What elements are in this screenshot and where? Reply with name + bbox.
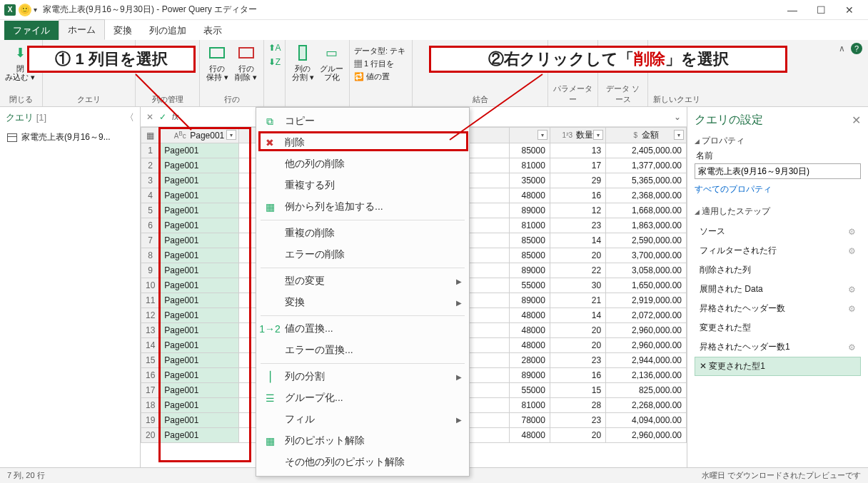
ctx-duplicate[interactable]: 重複する列 — [256, 175, 469, 196]
gear-icon[interactable]: ⚙ — [848, 246, 856, 256]
cell-value[interactable]: 55000 — [509, 278, 550, 293]
cell-value[interactable]: 28000 — [509, 353, 550, 368]
cell-qty[interactable]: 30 — [550, 278, 605, 293]
formula-dropdown-icon[interactable]: ⌄ — [674, 112, 681, 122]
row-number[interactable]: 2 — [141, 158, 160, 173]
applied-step[interactable]: フィルターされた行⚙ — [695, 241, 861, 260]
all-properties-link[interactable]: すべてのプロパティ — [695, 183, 772, 195]
cell-amount[interactable]: 2,590,000.00 — [606, 233, 687, 248]
cell-page[interactable]: Page001 — [160, 338, 238, 353]
remove-rows-button[interactable]: 行の削除 ▾ — [233, 43, 260, 81]
first-row-headers-button[interactable]: ▦ 1 行目を — [354, 59, 394, 69]
sort-asc-icon[interactable]: ⬆A — [268, 43, 281, 53]
cell-qty[interactable]: 15 — [550, 383, 605, 398]
cell-amount[interactable]: 1,668,000.00 — [606, 203, 687, 218]
collapse-queries-icon[interactable]: 〈 — [125, 111, 134, 124]
cell-amount[interactable]: 1,377,000.00 — [606, 158, 687, 173]
cell-amount[interactable]: 2,136,000.00 — [606, 368, 687, 383]
tab-add-column[interactable]: 列の追加 — [141, 21, 195, 40]
ctx-transform[interactable]: 変換▶ — [256, 292, 469, 313]
ctx-add-from-examples[interactable]: ▦例から列を追加する... — [256, 196, 469, 218]
filter-icon[interactable]: ▾ — [593, 130, 603, 140]
cell-qty[interactable]: 14 — [550, 233, 605, 248]
cell-value[interactable]: 89000 — [509, 293, 550, 308]
cell-page[interactable]: Page001 — [160, 263, 238, 278]
cell-value[interactable]: 89000 — [509, 203, 550, 218]
ctx-change-type[interactable]: 型の変更▶ — [256, 270, 469, 292]
cell-qty[interactable]: 23 — [550, 218, 605, 233]
column-header-page001[interactable]: ABc Page001▾ — [160, 128, 238, 143]
applied-step[interactable]: 展開された Data⚙ — [695, 280, 861, 299]
cell-qty[interactable]: 29 — [550, 173, 605, 188]
applied-step[interactable]: ソース⚙ — [695, 222, 861, 241]
row-number[interactable]: 17 — [141, 383, 160, 398]
cell-value[interactable]: 85000 — [509, 248, 550, 263]
sort-desc-icon[interactable]: ⬇Z — [268, 57, 281, 67]
ctx-remove[interactable]: ✖削除 — [256, 132, 469, 153]
cell-value[interactable]: 89000 — [509, 368, 550, 383]
cell-qty[interactable]: 20 — [550, 323, 605, 338]
ctx-remove-errors[interactable]: エラーの削除 — [256, 244, 469, 265]
row-number[interactable]: 12 — [141, 308, 160, 323]
cell-qty[interactable]: 20 — [550, 338, 605, 353]
query-item[interactable]: 家電売上表(9月16～9... — [6, 128, 134, 146]
help-icon[interactable]: ? — [851, 43, 862, 54]
column-header-hidden[interactable]: ▾ — [509, 128, 550, 143]
cell-amount[interactable]: 2,368,000.00 — [606, 188, 687, 203]
replace-values-button[interactable]: 🔁 値の置 — [354, 71, 390, 82]
cell-amount[interactable]: 2,405,000.00 — [606, 143, 687, 158]
ctx-remove-other[interactable]: 他の列の削除 — [256, 153, 469, 175]
cell-amount[interactable]: 2,072,000.00 — [606, 308, 687, 323]
cell-amount[interactable]: 1,650,000.00 — [606, 278, 687, 293]
cell-amount[interactable]: 5,365,000.00 — [606, 173, 687, 188]
cell-qty[interactable]: 16 — [550, 188, 605, 203]
ctx-split-column[interactable]: ⎮列の分割▶ — [256, 366, 469, 387]
cell-qty[interactable]: 21 — [550, 293, 605, 308]
cell-page[interactable]: Page001 — [160, 173, 238, 188]
cell-qty[interactable]: 22 — [550, 263, 605, 278]
ctx-remove-dupes[interactable]: 重複の削除 — [256, 223, 469, 244]
cell-value[interactable]: 55000 — [509, 383, 550, 398]
cell-page[interactable]: Page001 — [160, 218, 238, 233]
cell-value[interactable]: 48000 — [509, 308, 550, 323]
row-number[interactable]: 4 — [141, 188, 160, 203]
corner-cell[interactable]: ▦ — [141, 128, 160, 143]
qat-dropdown-icon[interactable]: ▾ — [34, 6, 37, 14]
keep-rows-button[interactable]: 行の保持 ▾ — [204, 43, 231, 81]
cell-page[interactable]: Page001 — [160, 308, 238, 323]
cell-page[interactable]: Page001 — [160, 143, 238, 158]
row-number[interactable]: 16 — [141, 368, 160, 383]
cell-amount[interactable]: 2,268,000.00 — [606, 398, 687, 413]
cell-qty[interactable]: 14 — [550, 308, 605, 323]
applied-step[interactable]: 昇格されたヘッダー数1⚙ — [695, 337, 861, 357]
cell-qty[interactable]: 20 — [550, 248, 605, 263]
cell-value[interactable]: 48000 — [509, 338, 550, 353]
cell-page[interactable]: Page001 — [160, 248, 238, 263]
cell-amount[interactable]: 2,960,000.00 — [606, 338, 687, 353]
cell-amount[interactable]: 1,863,000.00 — [606, 218, 687, 233]
ctx-replace-errors[interactable]: エラーの置換... — [256, 340, 469, 361]
cell-amount[interactable]: 2,960,000.00 — [606, 428, 687, 443]
cell-qty[interactable]: 17 — [550, 158, 605, 173]
filter-icon[interactable]: ▾ — [674, 130, 684, 140]
applied-step[interactable]: ✕ 変更された型1 — [695, 357, 861, 376]
row-number[interactable]: 13 — [141, 323, 160, 338]
minimize-button[interactable]: ― — [778, 0, 807, 20]
cell-value[interactable]: 81000 — [509, 218, 550, 233]
cell-page[interactable]: Page001 — [160, 353, 238, 368]
group-by-button[interactable]: ▭グループ化 — [319, 43, 345, 81]
cell-value[interactable]: 81000 — [509, 158, 550, 173]
ctx-unpivot[interactable]: ▦列のピボット解除 — [256, 430, 469, 452]
tab-transform[interactable]: 変換 — [105, 21, 141, 40]
cell-value[interactable]: 35000 — [509, 173, 550, 188]
cell-page[interactable]: Page001 — [160, 188, 238, 203]
cell-page[interactable]: Page001 — [160, 293, 238, 308]
ctx-fill[interactable]: フィル▶ — [256, 409, 469, 430]
gear-icon[interactable]: ⚙ — [848, 342, 856, 352]
cell-qty[interactable]: 13 — [550, 143, 605, 158]
ctx-group-by[interactable]: ☰グループ化... — [256, 387, 469, 409]
row-number[interactable]: 10 — [141, 278, 160, 293]
query-name-input[interactable] — [695, 163, 861, 179]
column-header-qty[interactable]: 1²3 数量▾ — [550, 128, 605, 143]
row-number[interactable]: 14 — [141, 338, 160, 353]
